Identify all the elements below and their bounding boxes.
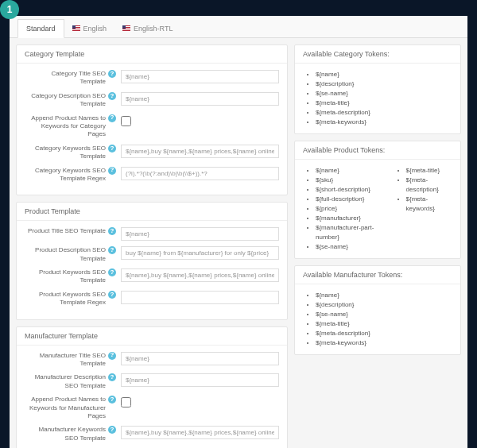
token-item: ${sku}	[316, 176, 381, 185]
token-item: ${short-description}	[316, 185, 381, 195]
product-title-input[interactable]	[121, 227, 279, 241]
category-description-input[interactable]	[121, 92, 279, 106]
manufacturer-append-checkbox[interactable]	[121, 397, 131, 407]
manufacturer-description-input[interactable]	[121, 373, 279, 387]
product-template-section: Product Template Product Title SEO Templ…	[16, 202, 288, 319]
token-item: ${manufacturer-part-number}	[316, 223, 381, 242]
help-icon[interactable]: ?	[108, 396, 116, 404]
step-badge: 1	[0, 0, 19, 19]
token-item: ${meta-description}	[316, 329, 370, 338]
field-label: Product Description SEO Template	[25, 246, 106, 263]
token-item: ${se-name}	[316, 310, 370, 319]
field-label: Product Keywords SEO Template Regex	[25, 291, 106, 307]
product-keywords-input[interactable]	[121, 268, 279, 282]
manufacturer-template-section: Manufacturer Template Manufacturer Title…	[16, 326, 288, 448]
help-icon[interactable]: ?	[108, 291, 116, 299]
field-label: Category Keywords SEO Template Regex	[25, 167, 106, 183]
field-label: Product Keywords SEO Template	[25, 268, 106, 285]
help-icon[interactable]: ?	[108, 167, 116, 175]
token-item: ${meta-description}	[316, 108, 370, 118]
field-label: Category Description SEO Template	[25, 92, 106, 109]
product-regex-input[interactable]	[121, 291, 279, 304]
language-tabs: Standard English English-RTL	[10, 16, 467, 38]
token-item: ${se-name}	[316, 242, 381, 252]
token-item: ${meta-title}	[316, 319, 370, 329]
manufacturer-tokens-box: Available Manufacturer Tokens: ${name}${…	[294, 265, 461, 355]
tab-english-rtl[interactable]: English-RTL	[114, 19, 180, 37]
category-tokens-list: ${name}${description}${se-name}${meta-ti…	[306, 70, 370, 127]
tokens-title: Available Manufacturer Tokens:	[295, 266, 460, 284]
help-icon[interactable]: ?	[108, 246, 116, 254]
section-title: Manufacturer Template	[17, 327, 287, 346]
token-item: ${description}	[316, 79, 370, 89]
field-label: Manufacturer Keywords SEO Template	[25, 426, 106, 442]
tab-label: Standard	[26, 25, 56, 33]
token-item: ${meta-description}	[406, 176, 449, 195]
tokens-title: Available Product Tokens:	[295, 141, 460, 160]
product-tokens-list-2: ${meta-title}${meta-description}${meta-k…	[397, 166, 449, 252]
tokens-title: Available Category Tokens:	[295, 45, 460, 64]
token-item: ${name}	[316, 166, 381, 176]
help-icon[interactable]: ?	[108, 70, 116, 78]
token-item: ${meta-keywords}	[316, 118, 370, 127]
help-icon[interactable]: ?	[108, 227, 116, 235]
token-item: ${meta-title}	[406, 166, 449, 176]
token-item: ${full-description}	[316, 195, 381, 204]
tab-label: English-RTL	[134, 25, 173, 33]
tab-standard[interactable]: Standard	[17, 19, 64, 38]
manufacturer-title-input[interactable]	[121, 352, 279, 365]
field-label: Append Product Names to Keywords for Man…	[25, 396, 106, 420]
token-item: ${meta-keywords}	[316, 338, 370, 348]
help-icon[interactable]: ?	[108, 145, 116, 153]
category-tokens-box: Available Category Tokens: ${name}${desc…	[294, 44, 461, 134]
help-icon[interactable]: ?	[108, 426, 116, 434]
section-title: Product Template	[17, 203, 287, 221]
settings-panel: Standard English English-RTL Category Te…	[10, 16, 467, 448]
manufacturer-keywords-input[interactable]	[121, 426, 279, 439]
tab-english[interactable]: English	[64, 19, 115, 37]
field-label: Product Title SEO Template	[28, 227, 106, 235]
token-item: ${se-name}	[316, 89, 370, 98]
field-label: Category Title SEO Template	[25, 70, 106, 87]
manufacturer-tokens-list: ${name}${description}${se-name}${meta-ti…	[306, 291, 370, 348]
help-icon[interactable]: ?	[108, 373, 116, 381]
category-keywords-input[interactable]	[121, 145, 279, 158]
field-label: Append Product Names to Keywords for Cat…	[25, 114, 106, 139]
token-item: ${name}	[316, 70, 370, 79]
category-title-input[interactable]	[121, 70, 279, 83]
token-item: ${price}	[316, 204, 381, 214]
tab-label: English	[83, 25, 107, 33]
help-icon[interactable]: ?	[108, 268, 116, 276]
product-description-input[interactable]	[121, 246, 279, 260]
token-item: ${manufacturer}	[316, 214, 381, 223]
us-flag-icon	[72, 25, 80, 31]
help-icon[interactable]: ?	[108, 114, 116, 122]
help-icon[interactable]: ?	[108, 352, 116, 360]
help-icon[interactable]: ?	[108, 92, 116, 100]
product-tokens-list-1: ${name}${sku}${short-description}${full-…	[306, 166, 381, 252]
category-append-checkbox[interactable]	[121, 116, 131, 126]
token-item: ${description}	[316, 300, 370, 310]
section-title: Category Template	[17, 45, 287, 64]
field-label: Category Keywords SEO Template	[25, 145, 106, 161]
field-label: Manufacturer Description SEO Template	[25, 373, 106, 390]
token-item: ${meta-title}	[316, 98, 370, 108]
category-template-section: Category Template Category Title SEO Tem…	[16, 44, 288, 195]
category-regex-input[interactable]	[121, 167, 279, 180]
token-item: ${meta-keywords}	[406, 195, 449, 214]
token-item: ${name}	[316, 291, 370, 300]
product-tokens-box: Available Product Tokens: ${name}${sku}$…	[294, 141, 461, 259]
field-label: Manufacturer Title SEO Template	[25, 352, 106, 369]
us-flag-icon	[122, 25, 130, 31]
